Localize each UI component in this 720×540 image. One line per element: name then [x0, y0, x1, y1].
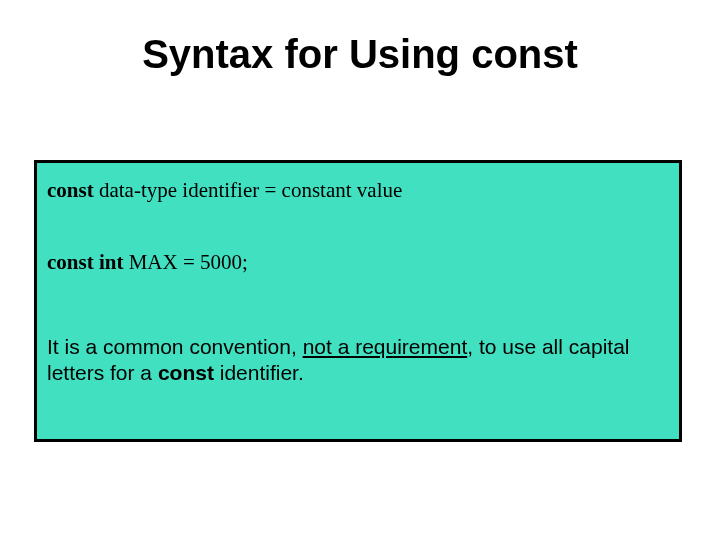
note-underlined: not a requirement	[303, 335, 468, 358]
syntax-keyword: const	[47, 178, 94, 202]
slide-title: Syntax for Using const	[0, 32, 720, 77]
note-keyword: const	[158, 361, 214, 384]
syntax-rest: data-type identifier = constant value	[94, 178, 403, 202]
content-box: const data-type identifier = constant va…	[34, 160, 682, 442]
note-pre: It is a common convention,	[47, 335, 303, 358]
example-line: const int MAX = 5000;	[47, 249, 669, 275]
note-post: identifier.	[214, 361, 304, 384]
example-rest: MAX = 5000;	[123, 250, 247, 274]
example-keyword: const int	[47, 250, 123, 274]
slide: Syntax for Using const const data-type i…	[0, 0, 720, 540]
note-paragraph: It is a common convention, not a require…	[47, 334, 669, 387]
syntax-line: const data-type identifier = constant va…	[47, 177, 669, 203]
